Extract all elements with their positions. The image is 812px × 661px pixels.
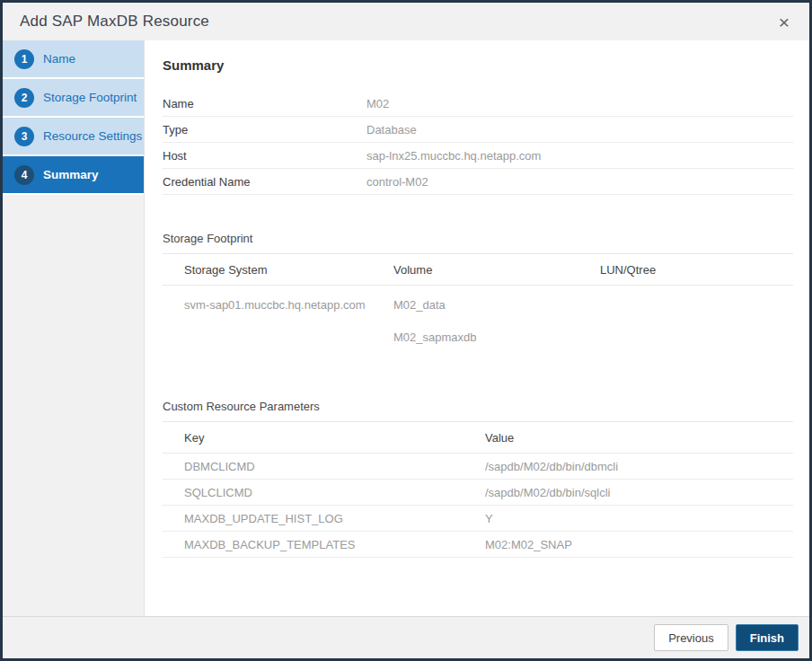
- custom-resource-parameters-section: Custom Resource Parameters Key Value DBM…: [163, 400, 793, 558]
- row-value: M02: [366, 97, 793, 110]
- step-label: Resource Settings: [43, 129, 142, 143]
- close-icon[interactable]: ×: [775, 11, 793, 33]
- param-row-maxdb-update-hist-log: MAXDB_UPDATE_HIST_LOG Y: [163, 506, 793, 532]
- step-number-badge: 4: [14, 165, 34, 185]
- summary-row-name: Name M02: [163, 91, 793, 117]
- row-label: Name: [163, 97, 366, 110]
- column-header-volume: Volume: [393, 263, 600, 277]
- param-row-dbmclicmd: DBMCLICMD /sapdb/M02/db/bin/dbmcli: [163, 454, 793, 480]
- step-number-badge: 2: [14, 88, 34, 108]
- section-heading: Storage Footprint: [163, 232, 793, 254]
- row-label: Credential Name: [163, 175, 366, 189]
- sidebar-item-resource-settings[interactable]: 3 Resource Settings: [3, 118, 144, 154]
- storage-footprint-section: Storage Footprint Storage System Volume …: [163, 232, 793, 363]
- step-label: Storage Footprint: [43, 91, 137, 104]
- step-label: Summary: [43, 168, 99, 181]
- dialog-title: Add SAP MaxDB Resource: [20, 13, 209, 31]
- volume-values: M02_data M02_sapmaxdb: [393, 298, 600, 363]
- column-header-key: Key: [184, 431, 485, 445]
- wizard-steps-sidebar: 1 Name 2 Storage Footprint 3 Resource Se…: [3, 40, 145, 616]
- column-header-lun-qtree: LUN/Qtree: [600, 263, 793, 277]
- summary-row-type: Type Database: [163, 117, 793, 143]
- step-number-badge: 3: [14, 127, 34, 146]
- volume-value: M02_sapmaxdb: [393, 330, 600, 363]
- row-value: Database: [366, 123, 793, 137]
- lun-qtree-value: [600, 298, 793, 363]
- param-key: MAXDB_UPDATE_HIST_LOG: [184, 512, 485, 525]
- param-value: Y: [485, 512, 793, 525]
- summary-page: Summary Name M02 Type Database Host sap-…: [145, 40, 809, 616]
- sidebar-item-storage-footprint[interactable]: 2 Storage Footprint: [3, 79, 144, 116]
- param-key: DBMCLICMD: [184, 460, 485, 473]
- param-key: SQLCLICMD: [184, 486, 485, 499]
- param-row-sqlclicmd: SQLCLICMD /sapdb/M02/db/bin/sqlcli: [163, 480, 793, 506]
- add-sap-maxdb-resource-dialog: Add SAP MaxDB Resource × 1 Name 2 Storag…: [0, 0, 812, 661]
- row-label: Host: [163, 149, 366, 163]
- column-header-value: Value: [485, 431, 793, 445]
- sidebar-item-summary[interactable]: 4 Summary: [3, 156, 144, 193]
- storage-table-row: svm-sap01.muccbc.hq.netapp.com M02_data …: [163, 286, 793, 363]
- dialog-footer: Previous Finish: [3, 616, 809, 658]
- storage-table-header: Storage System Volume LUN/Qtree: [163, 254, 793, 286]
- step-label: Name: [43, 52, 75, 66]
- summary-row-host: Host sap-lnx25.muccbc.hq.netapp.com: [163, 143, 793, 169]
- param-value: /sapdb/M02/db/bin/sqlcli: [485, 486, 793, 499]
- row-value: control-M02: [366, 175, 793, 189]
- row-value: sap-lnx25.muccbc.hq.netapp.com: [366, 149, 793, 163]
- column-header-storage-system: Storage System: [184, 263, 393, 277]
- volume-value: M02_data: [393, 298, 600, 330]
- param-value: /sapdb/M02/db/bin/dbmcli: [485, 460, 793, 473]
- param-key: MAXDB_BACKUP_TEMPLATES: [184, 538, 485, 551]
- finish-button[interactable]: Finish: [736, 624, 799, 651]
- param-value: M02:M02_SNAP: [485, 538, 793, 551]
- summary-row-credential-name: Credential Name control-M02: [163, 169, 793, 195]
- page-title: Summary: [163, 57, 793, 73]
- param-row-maxdb-backup-templates: MAXDB_BACKUP_TEMPLATES M02:M02_SNAP: [163, 532, 793, 558]
- section-heading: Custom Resource Parameters: [163, 400, 793, 422]
- sidebar-item-name[interactable]: 1 Name: [3, 40, 144, 77]
- storage-system-value: svm-sap01.muccbc.hq.netapp.com: [184, 298, 393, 363]
- summary-kv-table: Name M02 Type Database Host sap-lnx25.mu…: [163, 91, 793, 195]
- row-label: Type: [163, 123, 366, 137]
- previous-button[interactable]: Previous: [654, 624, 728, 651]
- dialog-titlebar: Add SAP MaxDB Resource ×: [3, 3, 809, 40]
- sidebar-filler: [3, 195, 144, 616]
- dialog-body: 1 Name 2 Storage Footprint 3 Resource Se…: [3, 40, 809, 616]
- params-table-header: Key Value: [163, 422, 793, 454]
- step-number-badge: 1: [14, 49, 34, 69]
